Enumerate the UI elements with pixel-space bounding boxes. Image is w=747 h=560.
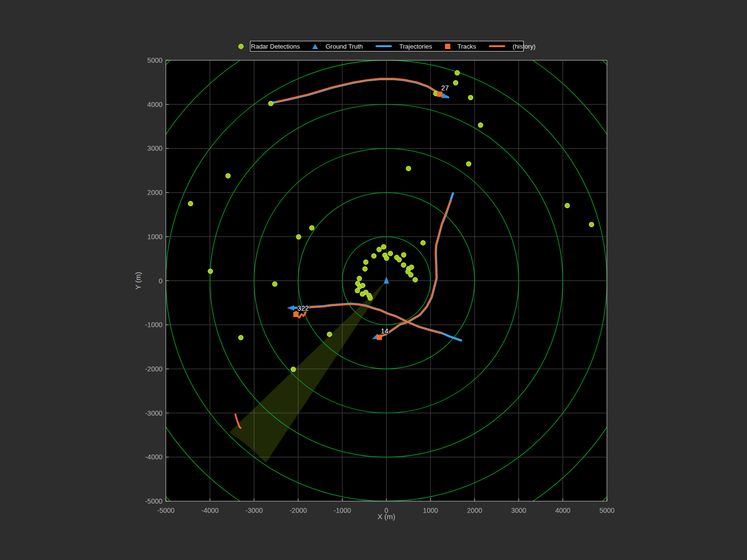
- track-label-14: 14: [381, 327, 389, 335]
- radar-detection-dot: [208, 269, 213, 273]
- legend-item-ground-truth: Ground Truth: [312, 43, 363, 50]
- radar-detection-dot: [363, 267, 367, 271]
- x-tick-label: -3000: [245, 507, 263, 514]
- radar-detection-dot: [239, 335, 243, 340]
- radar-detection-dot: [377, 247, 381, 252]
- radar-detection-dot: [384, 256, 389, 261]
- radar-detection-dot: [226, 174, 230, 178]
- radar-detection-dot: [296, 235, 301, 239]
- radar-detection-dot: [360, 283, 365, 288]
- legend-label: Radar Detections: [251, 43, 300, 50]
- radar-detection-dot: [565, 203, 569, 208]
- radar-detection-dot: [188, 201, 193, 206]
- radar-detection-dot: [268, 101, 273, 105]
- radar-detection-dot: [413, 278, 417, 282]
- legend-label: Trajectories: [399, 43, 432, 50]
- radar-detection-dot: [291, 367, 295, 371]
- radar-detection-dot: [364, 260, 368, 264]
- legend-item-tracks: Tracks: [445, 43, 477, 50]
- radar-detection-dot: [401, 263, 406, 267]
- y-tick-label: 0: [159, 277, 162, 285]
- truth-triangle-icon: [312, 44, 318, 49]
- legend-item-trajectories: Trajectories: [375, 43, 432, 50]
- x-tick-label: 2000: [467, 507, 482, 514]
- radar-detection-dot: [409, 265, 413, 269]
- track-square-icon: [445, 44, 450, 49]
- radar-detection-dot: [478, 123, 482, 127]
- track-label-322: 322: [298, 304, 309, 312]
- x-tick-label: 4000: [555, 507, 570, 514]
- radar-detection-dot: [310, 226, 314, 230]
- radar-detection-dot: [355, 288, 359, 293]
- radar-detection-dot: [357, 276, 361, 280]
- track-square-14: [377, 335, 382, 340]
- radar-detection-dot: [397, 258, 401, 262]
- figure-window: 2732214-5000-4000-3000-2000-100001000200…: [0, 0, 747, 560]
- y-tick-label: 4000: [147, 101, 162, 108]
- legend: Radar Detections Ground Truth Trajectori…: [250, 41, 524, 52]
- radar-detection-dot: [272, 282, 277, 286]
- detection-dot-icon: [238, 44, 244, 49]
- radar-detection-dot: [409, 273, 413, 277]
- legend-label: (history): [513, 43, 535, 50]
- x-tick-label: -2000: [289, 507, 307, 514]
- x-tick-label: 3000: [511, 507, 526, 514]
- y-tick-label: -5000: [145, 497, 162, 505]
- radar-detection-dot: [406, 166, 410, 171]
- y-tick-label: -3000: [145, 409, 162, 417]
- y-tick-label: 1000: [147, 233, 162, 241]
- radar-detection-dot: [455, 70, 459, 75]
- y-tick-label: 3000: [147, 144, 162, 152]
- x-tick-label: 5000: [599, 507, 614, 514]
- radar-detection-dot: [360, 292, 365, 296]
- radar-detection-dot: [401, 253, 406, 257]
- history-line-icon: [489, 45, 505, 47]
- track-square-27: [437, 91, 443, 97]
- x-tick-label: -4000: [201, 507, 219, 514]
- radar-detection-dot: [421, 241, 425, 245]
- x-tick-label: 1000: [423, 507, 438, 514]
- radar-detection-dot: [388, 251, 392, 256]
- x-tick-label: -1000: [334, 507, 351, 514]
- y-tick-label: -2000: [145, 365, 162, 373]
- track-square-322: [293, 312, 299, 317]
- radar-detection-dot: [327, 332, 332, 336]
- y-tick-label: 2000: [147, 189, 162, 196]
- legend-item-history: (history): [489, 43, 535, 50]
- radar-detection-dot: [466, 161, 471, 166]
- radar-detection-dot: [453, 81, 458, 85]
- y-tick-label: -4000: [145, 453, 162, 461]
- legend-item-radar-detections: Radar Detections: [238, 43, 300, 50]
- y-tick-label: 5000: [147, 56, 162, 64]
- legend-label: Ground Truth: [325, 43, 363, 50]
- x-tick-label: -5000: [157, 507, 175, 514]
- y-axis-label: Y (m): [134, 272, 142, 289]
- radar-plot: 2732214-5000-4000-3000-2000-100001000200…: [0, 0, 747, 560]
- track-label-27: 27: [441, 84, 449, 92]
- radar-detection-dot: [372, 254, 376, 258]
- radar-detection-dot: [381, 245, 386, 249]
- trajectory-line-icon: [375, 45, 392, 47]
- radar-detection-dot: [468, 95, 473, 100]
- legend-label: Tracks: [458, 43, 477, 50]
- radar-detection-dot: [368, 296, 373, 300]
- x-axis-label: X (m): [377, 512, 395, 521]
- radar-detection-dot: [589, 222, 594, 227]
- y-tick-label: -1000: [145, 321, 162, 329]
